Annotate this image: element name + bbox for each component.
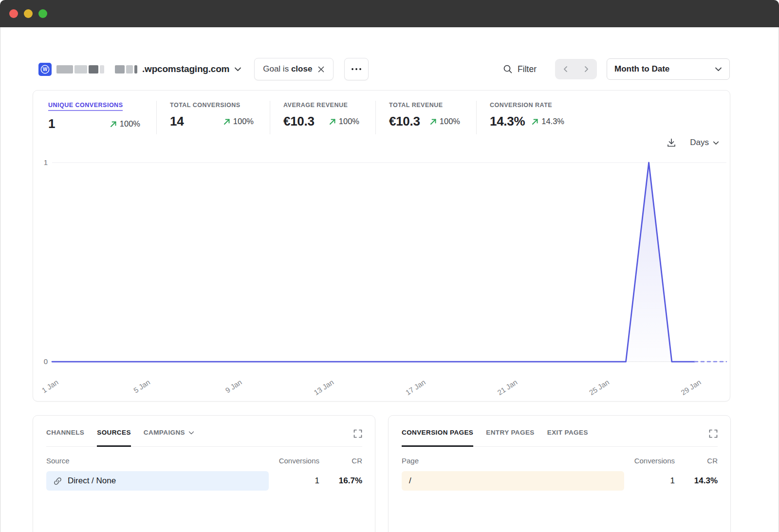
sources-card: CHANNELS SOURCES CAMPAIGNS Source Conver… — [33, 415, 375, 532]
close-icon[interactable] — [317, 66, 325, 73]
column-cr: CR — [675, 457, 718, 465]
svg-text:17 Jan: 17 Jan — [404, 378, 427, 397]
cr-value: 14.3% — [675, 476, 718, 486]
next-period-button[interactable] — [576, 59, 597, 79]
date-pager — [555, 59, 597, 79]
site-domain: .wpcomstaging.com — [142, 64, 229, 74]
goal-chip-label: Goal is close — [263, 64, 312, 74]
date-range-select[interactable]: Month to Date — [607, 58, 730, 80]
svg-text:21 Jan: 21 Jan — [496, 378, 519, 397]
conversions-value: 1 — [269, 476, 319, 486]
expand-icon — [709, 429, 718, 438]
column-page: Page — [402, 457, 624, 465]
filter-label: Filter — [518, 64, 537, 74]
column-conversions: Conversions — [269, 457, 319, 465]
pages-table-header: Page Conversions CR — [402, 457, 718, 465]
chevron-right-icon — [584, 66, 589, 73]
conversions-chart-card: UNIQUE CONVERSIONS 1 100% TOTAL CONVERSI… — [33, 90, 730, 402]
expand-icon — [353, 429, 362, 438]
column-conversions: Conversions — [624, 457, 675, 465]
cr-value: 16.7% — [319, 476, 362, 486]
close-window-button[interactable] — [9, 9, 18, 18]
search-icon — [503, 64, 513, 74]
svg-text:25 Jan: 25 Jan — [588, 378, 611, 397]
tab-conversion-pages[interactable]: CONVERSION PAGES — [402, 429, 473, 447]
window-titlebar — [0, 0, 779, 27]
svg-text:29 Jan: 29 Jan — [679, 378, 702, 397]
sources-table-header: Source Conversions CR — [46, 457, 362, 465]
site-selector-dropdown[interactable]: W .wpcomstaging.com — [38, 63, 241, 76]
expand-pages-button[interactable] — [709, 429, 718, 438]
source-direct-none[interactable]: Direct / None — [46, 471, 269, 491]
svg-text:1: 1 — [44, 158, 48, 166]
ellipsis-icon — [351, 68, 362, 71]
redacted-site-name — [56, 65, 137, 73]
toolbar: W .wpcomstaging.com Goal is close Filter — [38, 57, 730, 81]
expand-sources-button[interactable] — [353, 429, 362, 438]
svg-text:5 Jan: 5 Jan — [132, 378, 151, 394]
minimize-window-button[interactable] — [24, 9, 33, 18]
svg-text:13 Jan: 13 Jan — [312, 378, 335, 397]
tab-sources[interactable]: SOURCES — [97, 429, 131, 447]
page-root[interactable]: / — [402, 471, 624, 491]
column-source: Source — [46, 457, 269, 465]
zoom-window-button[interactable] — [38, 9, 47, 18]
chevron-down-icon — [234, 67, 241, 72]
tab-channels[interactable]: CHANNELS — [46, 429, 84, 447]
svg-text:0: 0 — [44, 357, 48, 366]
pages-card: CONVERSION PAGES ENTRY PAGES EXIT PAGES … — [388, 415, 731, 532]
filter-button[interactable]: Filter — [503, 64, 537, 74]
table-row: Direct / None 1 16.7% — [46, 471, 362, 491]
chevron-down-icon — [715, 67, 722, 72]
svg-text:1 Jan: 1 Jan — [40, 378, 60, 394]
source-name: Direct / None — [68, 476, 116, 486]
analytics-dashboard: W .wpcomstaging.com Goal is close Filter — [0, 27, 779, 532]
link-icon — [54, 477, 62, 485]
date-range-value: Month to Date — [614, 64, 669, 74]
conversions-value: 1 — [624, 476, 675, 486]
conversions-line-chart: 011 Jan5 Jan9 Jan13 Jan17 Jan21 Jan25 Ja… — [33, 91, 730, 401]
wordpress-icon: W — [38, 63, 52, 76]
goal-filter-chip[interactable]: Goal is close — [254, 58, 334, 80]
sources-tabs: CHANNELS SOURCES CAMPAIGNS — [46, 429, 362, 447]
column-cr: CR — [319, 457, 362, 465]
previous-period-button[interactable] — [555, 59, 576, 79]
chevron-left-icon — [563, 66, 568, 73]
pages-tabs: CONVERSION PAGES ENTRY PAGES EXIT PAGES — [402, 429, 718, 447]
page-name: / — [409, 476, 411, 486]
more-options-button[interactable] — [344, 58, 369, 80]
tab-entry-pages[interactable]: ENTRY PAGES — [486, 429, 534, 447]
svg-text:9 Jan: 9 Jan — [224, 378, 243, 394]
tab-campaigns[interactable]: CAMPAIGNS — [144, 429, 194, 447]
table-row: / 1 14.3% — [402, 471, 718, 491]
tab-exit-pages[interactable]: EXIT PAGES — [547, 429, 588, 447]
chevron-down-icon — [188, 431, 194, 435]
svg-text:W: W — [43, 67, 48, 72]
